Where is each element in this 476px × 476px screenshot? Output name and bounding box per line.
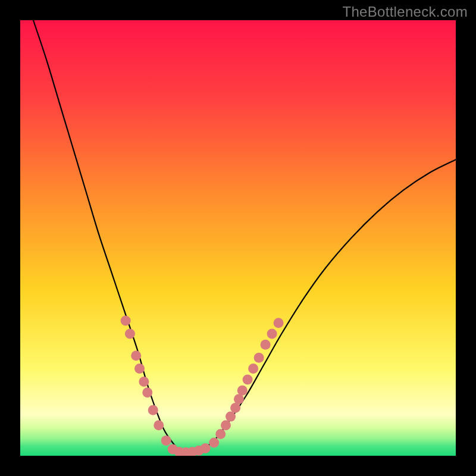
marker-dot [274, 318, 284, 328]
marker-dot [254, 353, 264, 363]
marker-dot [230, 403, 240, 413]
plot-area [20, 20, 456, 456]
marker-dot [248, 364, 258, 374]
marker-dot [139, 377, 149, 387]
marker-dot [243, 374, 253, 384]
marker-dot [261, 340, 271, 350]
marker-dot [142, 387, 152, 397]
marker-dot [161, 436, 171, 446]
marker-dot [201, 443, 211, 453]
marker-dot [237, 386, 248, 396]
marker-dot [134, 364, 145, 374]
marker-dot [148, 405, 158, 415]
marker-dot [221, 420, 231, 430]
bottleneck-chart [20, 20, 456, 456]
marker-dot [267, 329, 277, 339]
marker-dot [209, 438, 219, 448]
marker-dot [131, 350, 141, 361]
marker-dot [234, 394, 244, 404]
marker-dot [121, 316, 131, 326]
marker-dot [226, 412, 236, 422]
chart-frame: TheBottleneck.com [0, 0, 476, 476]
marker-dot [154, 420, 164, 430]
watermark-text: TheBottleneck.com [342, 4, 468, 20]
marker-dot [125, 329, 135, 339]
marker-dot [215, 429, 226, 439]
